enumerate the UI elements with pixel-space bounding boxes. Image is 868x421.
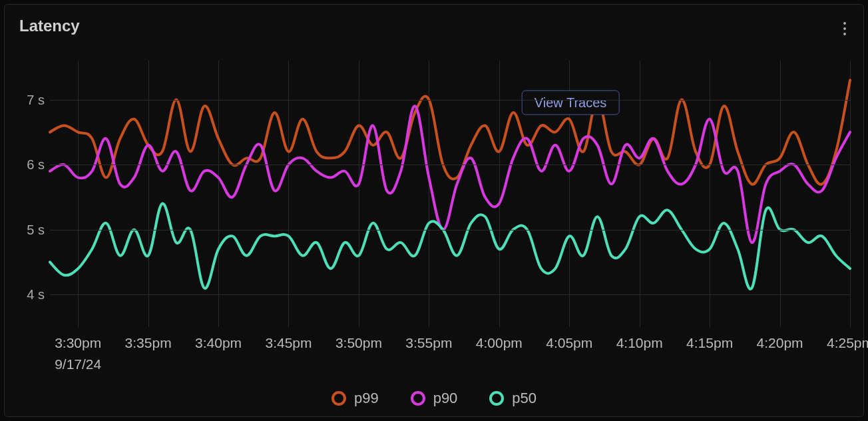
- x-tick-label: 4:25pm: [827, 335, 868, 351]
- x-tick-label: 4:20pm: [757, 335, 803, 351]
- x-tick-label: 3:50pm: [335, 335, 382, 351]
- x-tick-label: 3:45pm: [265, 335, 312, 351]
- x-axis-date: 9/17/24: [55, 356, 101, 372]
- y-tick-label: 7 s: [27, 92, 45, 107]
- legend-label: p99: [354, 390, 379, 407]
- legend-swatch-icon: [489, 391, 504, 406]
- gridline-horizontal: [50, 230, 850, 230]
- x-tick-label: 4:10pm: [616, 335, 663, 351]
- chart-legend: p99p90p50: [5, 384, 863, 416]
- y-tick-label: 5 s: [27, 222, 45, 237]
- legend-swatch-icon: [411, 391, 425, 406]
- panel-title: Latency: [19, 17, 80, 35]
- plot[interactable]: 4 s5 s6 s7 s View Traces: [11, 61, 857, 327]
- legend-swatch-icon: [331, 391, 346, 406]
- chart-area: 4 s5 s6 s7 s View Traces 9/17/24 3:30pm3…: [5, 41, 863, 384]
- plot-inner: View Traces: [50, 61, 850, 327]
- gridline-vertical: [850, 61, 851, 327]
- legend-label: p90: [433, 390, 458, 407]
- chart-lines: [50, 61, 850, 327]
- x-tick-label: 4:15pm: [686, 335, 733, 351]
- view-traces-button[interactable]: View Traces: [522, 91, 620, 115]
- y-axis: 4 s5 s6 s7 s: [11, 61, 50, 327]
- gridline-horizontal: [50, 165, 850, 165]
- gridline-horizontal: [50, 100, 850, 101]
- panel-menu-icon[interactable]: [841, 17, 849, 41]
- latency-panel: Latency 4 s5 s6 s7 s View Traces 9/17/24…: [4, 4, 864, 417]
- y-tick-label: 4 s: [27, 287, 45, 302]
- x-axis: 9/17/24 3:30pm3:35pm3:40pm3:45pm3:50pm3:…: [50, 335, 850, 382]
- x-tick-label: 3:35pm: [125, 335, 172, 351]
- panel-header: Latency: [5, 5, 863, 41]
- gridline-horizontal: [50, 294, 850, 295]
- legend-item-p99[interactable]: p99: [331, 390, 379, 407]
- legend-item-p90[interactable]: p90: [411, 390, 458, 407]
- x-tick-label: 4:05pm: [546, 335, 592, 351]
- legend-item-p50[interactable]: p50: [489, 390, 537, 407]
- x-tick-label: 3:30pm: [55, 335, 101, 351]
- y-tick-label: 6 s: [27, 157, 45, 173]
- legend-label: p50: [512, 390, 537, 407]
- x-tick-label: 4:00pm: [476, 335, 523, 351]
- x-tick-label: 3:40pm: [195, 335, 242, 351]
- x-tick-label: 3:55pm: [405, 335, 452, 351]
